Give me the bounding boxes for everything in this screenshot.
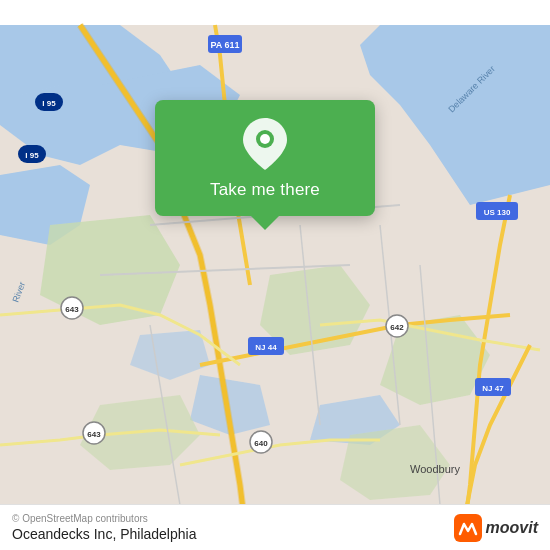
location-pin-icon (239, 118, 291, 170)
svg-text:US 130: US 130 (484, 208, 511, 217)
svg-text:643: 643 (87, 430, 101, 439)
svg-text:642: 642 (390, 323, 404, 332)
bottom-bar: © OpenStreetMap contributors Oceandecks … (0, 504, 550, 550)
svg-text:PA 611: PA 611 (210, 40, 239, 50)
location-name: Oceandecks Inc, Philadelphia (12, 526, 196, 542)
map-container: PA 611 I 95 I 95 US 130 643 NJ 44 642 64… (0, 0, 550, 550)
moovit-brand-text: moovit (486, 519, 538, 537)
moovit-icon (454, 514, 482, 542)
svg-rect-45 (454, 514, 482, 542)
svg-text:NJ 44: NJ 44 (255, 343, 277, 352)
moovit-logo: moovit (454, 514, 538, 542)
svg-text:640: 640 (254, 439, 268, 448)
copyright-text: © OpenStreetMap contributors (12, 513, 196, 524)
svg-text:I 95: I 95 (25, 151, 39, 160)
take-me-there-button[interactable]: Take me there (210, 180, 320, 200)
map-background: PA 611 I 95 I 95 US 130 643 NJ 44 642 64… (0, 0, 550, 550)
svg-text:NJ 47: NJ 47 (482, 384, 504, 393)
svg-text:Woodbury: Woodbury (410, 463, 460, 475)
svg-text:I 95: I 95 (42, 99, 56, 108)
svg-point-44 (260, 134, 270, 144)
location-popup: Take me there (155, 100, 375, 216)
bottom-left-info: © OpenStreetMap contributors Oceandecks … (12, 513, 196, 542)
svg-text:643: 643 (65, 305, 79, 314)
